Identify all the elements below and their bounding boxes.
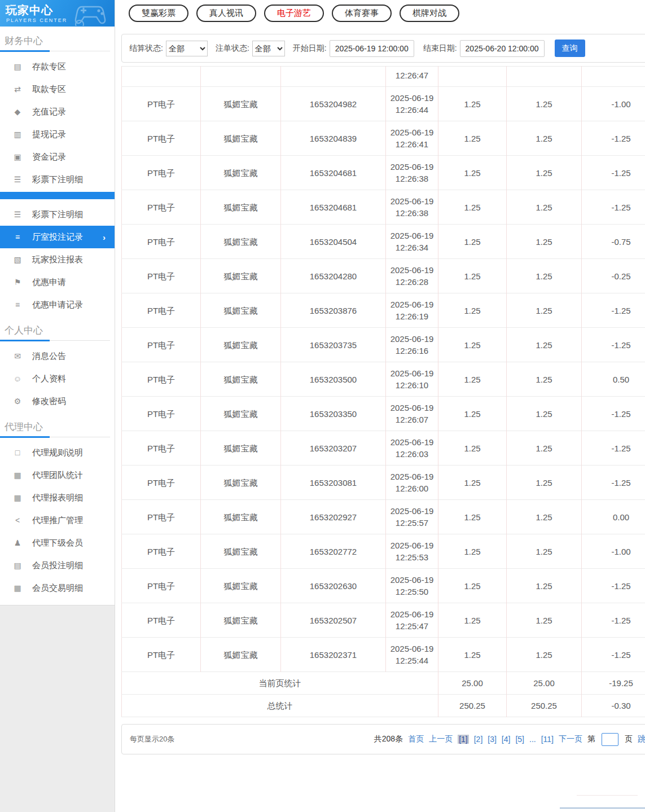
- sidebar-item-lottery-bet-details-2[interactable]: ☰彩票下注明细: [0, 203, 115, 226]
- sidebar-item-withdrawal-records[interactable]: ▥提现记录: [0, 123, 115, 146]
- sidebar-item-player-bet-report[interactable]: ▧玩家投注报表: [0, 248, 115, 271]
- cell-win-loss: [582, 67, 645, 87]
- page-ellipsis[interactable]: ...: [529, 735, 536, 744]
- cell-game-name: 狐媚宝藏: [201, 500, 281, 534]
- cell-game-name: 狐媚宝藏: [201, 534, 281, 569]
- doc-list-icon: ▦: [12, 583, 23, 592]
- prev-page[interactable]: 上一页: [429, 734, 453, 744]
- table-row: PT电子狐媚宝藏16532032072025-06-1912:26:031.25…: [122, 431, 645, 466]
- cell-bet-time: 2025-06-1912:26:38: [386, 190, 438, 225]
- tab-真人视讯[interactable]: 真人视讯: [196, 5, 256, 22]
- sidebar-item-member-bet-details[interactable]: ▤会员投注明细: [0, 554, 115, 577]
- next-page[interactable]: 下一页: [559, 734, 582, 744]
- settle-status-label: 结算状态:: [129, 43, 163, 54]
- sidebar-item-profile[interactable]: ☺个人资料: [0, 367, 115, 390]
- tab-体育赛事[interactable]: 体育赛事: [332, 5, 392, 22]
- cell-game-type: PT电子: [122, 293, 201, 328]
- table-row: PT电子狐媚宝藏16532038762025-06-1912:26:191.25…: [122, 293, 645, 328]
- order-status-select[interactable]: 全部: [252, 41, 285, 56]
- tab-电子游艺[interactable]: 电子游艺: [264, 5, 324, 22]
- section-title: 代理中心: [5, 422, 43, 432]
- jump-page-input[interactable]: [602, 733, 618, 746]
- sidebar-item-label: 提现记录: [32, 129, 66, 140]
- cell-bet-time: 2025-06-1912:25:53: [386, 534, 438, 569]
- cell-win-loss: -1.25: [582, 603, 645, 638]
- menu-highlight-strip: [0, 192, 115, 199]
- sidebar-item-label: 彩票下注明细: [32, 209, 83, 220]
- cell-game-type: PT电子: [122, 259, 201, 293]
- summary-row: 当前页统计25.0025.00-19.25: [122, 672, 645, 695]
- sidebar-item-agent-report-details[interactable]: ▦代理报表明细: [0, 486, 115, 509]
- cell-game-name: 狐媚宝藏: [201, 225, 281, 259]
- page-2[interactable]: [2]: [474, 735, 483, 744]
- sidebar-item-withdraw-zone[interactable]: ⇄取款专区: [0, 78, 115, 100]
- cell-bet-time: 2025-06-1912:26:03: [386, 431, 438, 466]
- page-4[interactable]: [4]: [502, 735, 511, 744]
- sidebar-item-label: 玩家投注报表: [32, 254, 83, 265]
- sidebar-item-recharge-records[interactable]: ◆充值记录: [0, 100, 115, 123]
- page-5[interactable]: [5]: [515, 735, 524, 744]
- cell-game-name: 狐媚宝藏: [201, 569, 281, 603]
- sidebar-item-member-transaction-details[interactable]: ▦会员交易明细: [0, 577, 115, 599]
- sidebar-item-agent-promotion[interactable]: <代理推广管理: [0, 509, 115, 532]
- sidebar-item-label: 代理推广管理: [32, 515, 83, 526]
- cell-game-name: 狐媚宝藏: [201, 87, 281, 121]
- page-3[interactable]: [3]: [488, 735, 497, 744]
- cell-order-no: 1653204839: [281, 121, 386, 156]
- per-page-label: 每页显示20条: [130, 734, 174, 744]
- sidebar-item-label: 消息公告: [32, 351, 66, 362]
- list-doc-icon: ☰: [12, 175, 23, 184]
- cell-bet-time: 2025-06-1912:25:44: [386, 638, 438, 672]
- cell-game-name: 狐媚宝藏: [201, 638, 281, 672]
- sidebar-item-agent-team-stats[interactable]: ▦代理团队统计: [0, 464, 115, 486]
- sidebar-item-lottery-bet-details[interactable]: ☰彩票下注明细: [0, 168, 115, 191]
- gamepad-icon: [74, 1, 111, 26]
- settle-status-select[interactable]: 全部: [166, 41, 208, 56]
- card-icon: ▤: [12, 62, 23, 71]
- bet-records-table: 12:26:47PT电子狐媚宝藏16532049822025-06-1912:2…: [121, 66, 645, 717]
- sidebar-item-promo-apply[interactable]: ⚑优惠申请: [0, 271, 115, 293]
- cell-win-loss: -1.25: [582, 328, 645, 362]
- summary-win-loss: -0.30: [582, 695, 645, 717]
- cell-game-type: PT电子: [122, 569, 201, 603]
- sidebar-item-agent-rules[interactable]: □代理规则说明: [0, 441, 115, 464]
- jump-button[interactable]: 跳转: [638, 734, 645, 744]
- first-page[interactable]: 首页: [408, 734, 424, 744]
- sidebar-item-announcements[interactable]: ✉消息公告: [0, 345, 115, 367]
- sidebar-item-funds-records[interactable]: ▣资金记录: [0, 146, 115, 168]
- cell-valid-bet: 1.25: [507, 569, 582, 603]
- cell-bet-time: 2025-06-1912:26:10: [386, 362, 438, 397]
- cell-win-loss: -0.75: [582, 225, 645, 259]
- cell-win-loss: -1.25: [582, 466, 645, 500]
- summary-valid-bet: 25.00: [507, 672, 582, 695]
- sidebar-item-promo-apply-records[interactable]: ≡优惠申请记录: [0, 293, 115, 316]
- table-row: PT电子狐媚宝藏16532033502025-06-1912:26:071.25…: [122, 397, 645, 431]
- search-button[interactable]: 查询: [555, 39, 585, 57]
- cell-bet-time: 2025-06-1912:26:28: [386, 259, 438, 293]
- cell-valid-bet: 1.25: [507, 431, 582, 466]
- cell-game-name: 狐媚宝藏: [201, 603, 281, 638]
- sidebar-item-change-password[interactable]: ⚙修改密码: [0, 390, 115, 412]
- jump-suffix: 页: [625, 734, 633, 744]
- app-subtitle: PLAYERS CENTER: [6, 17, 67, 23]
- table-row: PT电子狐媚宝藏16532042802025-06-1912:26:281.25…: [122, 259, 645, 293]
- page-1[interactable]: [1]: [458, 735, 469, 744]
- sidebar-item-label: 存款专区: [32, 62, 66, 72]
- page-11[interactable]: [11]: [541, 735, 554, 744]
- cell-valid-bet: 1.25: [507, 87, 582, 121]
- cell-game-type: PT电子: [122, 362, 201, 397]
- start-date-input[interactable]: [330, 40, 414, 57]
- sidebar-item-hall-bet-records[interactable]: ≡厅室投注记录›: [0, 226, 115, 248]
- sidebar-item-deposit-zone[interactable]: ▤存款专区: [0, 55, 115, 78]
- sidebar-item-agent-sub-members[interactable]: ♟代理下级会员: [0, 532, 115, 554]
- cell-game-type: PT电子: [122, 397, 201, 431]
- cell-bet-amount: 1.25: [438, 569, 507, 603]
- cell-bet-time: 2025-06-1912:26:16: [386, 328, 438, 362]
- cell-valid-bet: 1.25: [507, 121, 582, 156]
- tab-棋牌对战[interactable]: 棋牌对战: [400, 5, 459, 22]
- cell-bet-amount: 1.25: [438, 397, 507, 431]
- tab-雙赢彩票[interactable]: 雙赢彩票: [129, 5, 188, 22]
- section-title: 个人中心: [5, 325, 43, 336]
- end-date-input[interactable]: [460, 40, 545, 57]
- cell-win-loss: -1.25: [582, 569, 645, 603]
